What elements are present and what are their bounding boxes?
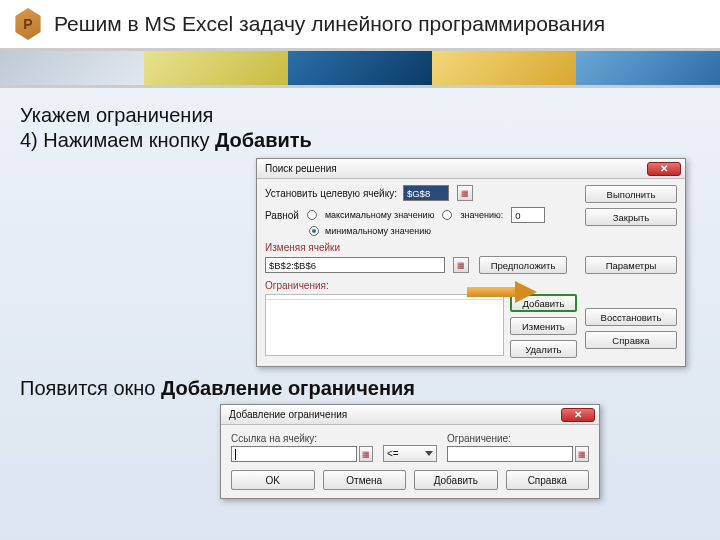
solver-title-text: Поиск решения <box>265 163 337 174</box>
run-button[interactable]: Выполнить <box>585 185 677 203</box>
logo-icon: P <box>14 8 42 40</box>
guess-button[interactable]: Предположить <box>479 256 567 274</box>
highlight-arrow-icon <box>467 281 537 303</box>
radio-value[interactable] <box>442 210 452 220</box>
chevron-down-icon <box>425 451 433 456</box>
ref-picker-icon[interactable]: ▦ <box>453 257 469 273</box>
changing-cells-input[interactable]: $B$2:$B$6 <box>265 257 445 273</box>
slide-title: Решим в MS Excel задачу линейного програ… <box>54 12 605 36</box>
close-button[interactable]: ✕ <box>561 408 595 422</box>
help-button[interactable]: Справка <box>585 331 677 349</box>
slide-content: Укажем ограничения 4) Нажимаем кнопку До… <box>0 88 720 499</box>
logo-letter: P <box>23 16 32 32</box>
ok-button[interactable]: OK <box>231 470 315 490</box>
decorative-stripe <box>0 48 720 88</box>
target-cell-input[interactable]: $G$8 <box>403 185 449 201</box>
radio-max[interactable] <box>307 210 317 220</box>
operator-select[interactable]: <= <box>383 445 437 462</box>
add-dialog-titlebar[interactable]: Добавление ограничения ✕ <box>221 405 599 425</box>
ref-picker-icon[interactable]: ▦ <box>575 446 589 462</box>
reset-button[interactable]: Восстановить <box>585 308 677 326</box>
constraints-listbox[interactable] <box>265 294 504 356</box>
slide-header: P Решим в MS Excel задачу линейного прог… <box>0 0 720 48</box>
close-icon: ✕ <box>660 164 668 174</box>
cell-ref-input[interactable] <box>231 446 357 462</box>
target-cell-label: Установить целевую ячейку: <box>265 188 397 199</box>
help-button[interactable]: Справка <box>506 470 590 490</box>
close-icon: ✕ <box>574 410 582 420</box>
add-dialog-title-text: Добавление ограничения <box>229 409 347 420</box>
add-button[interactable]: Добавить <box>414 470 498 490</box>
text-line-1: Укажем ограничения <box>20 104 700 127</box>
equal-label: Равной <box>265 210 299 221</box>
constraint-label: Ограничение: <box>447 433 589 444</box>
edit-constraint-button[interactable]: Изменить <box>510 317 577 335</box>
close-dialog-button[interactable]: Закрыть <box>585 208 677 226</box>
cancel-button[interactable]: Отмена <box>323 470 407 490</box>
add-constraint-dialog: Добавление ограничения ✕ Ссылка на ячейк… <box>220 404 600 499</box>
close-button[interactable]: ✕ <box>647 162 681 176</box>
changing-cells-label: Изменяя ячейки <box>265 242 577 253</box>
solver-dialog: Поиск решения ✕ Установить целевую ячейк… <box>256 158 686 367</box>
value-input[interactable]: 0 <box>511 207 545 223</box>
text-line-3: Появится окно Добавление ограничения <box>20 377 700 400</box>
params-button[interactable]: Параметры <box>585 256 677 274</box>
ref-picker-icon[interactable]: ▦ <box>359 446 373 462</box>
cell-ref-label: Ссылка на ячейку: <box>231 433 373 444</box>
delete-constraint-button[interactable]: Удалить <box>510 340 577 358</box>
radio-min[interactable] <box>309 226 319 236</box>
constraint-input[interactable] <box>447 446 573 462</box>
text-line-2: 4) Нажимаем кнопку Добавить <box>20 129 700 152</box>
ref-picker-icon[interactable]: ▦ <box>457 185 473 201</box>
solver-titlebar[interactable]: Поиск решения ✕ <box>257 159 685 179</box>
